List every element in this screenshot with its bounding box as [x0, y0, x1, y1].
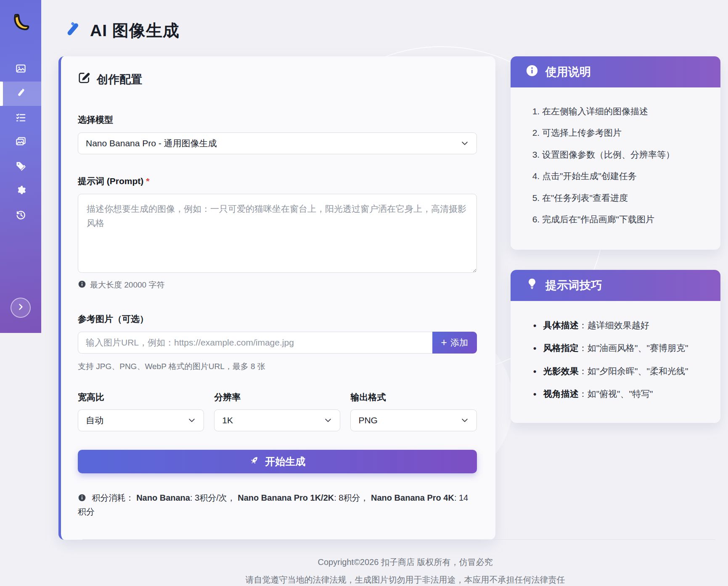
- instruction-step: 5. 在"任务列表"查看进度: [532, 192, 704, 204]
- rocket-icon: [249, 455, 259, 468]
- sidebar-item-generate[interactable]: [0, 82, 41, 106]
- sidebar-expand-button[interactable]: [11, 298, 31, 318]
- instruction-step: 6. 完成后在"作品画廊"下载图片: [532, 213, 704, 226]
- pen-icon: [15, 87, 26, 100]
- output-format-label: 输出格式: [350, 391, 477, 403]
- image-icon: [15, 63, 26, 76]
- task-list-icon: [15, 112, 26, 125]
- model-label: 选择模型: [78, 114, 477, 126]
- tip-item: 风格指定：如"油画风格"、"赛博朋克": [532, 341, 704, 355]
- card-title: 创作配置: [97, 72, 142, 87]
- resolution-select[interactable]: 1K: [214, 409, 340, 431]
- sidebar-item-tags[interactable]: [0, 155, 41, 179]
- output-format-select[interactable]: PNG: [350, 409, 477, 431]
- app-logo[interactable]: [8, 11, 34, 37]
- add-image-button[interactable]: + 添加: [432, 332, 477, 354]
- instructions-title: 使用说明: [545, 64, 591, 79]
- creation-config-card: 创作配置 选择模型 Nano Banana Pro - 通用图像生成 提示词 (…: [58, 56, 495, 540]
- generate-button[interactable]: 开始生成: [78, 450, 477, 473]
- model-select-value: Nano Banana Pro - 通用图像生成: [86, 137, 217, 149]
- tips-body: 具体描述：越详细效果越好 风格指定：如"油画风格"、"赛博朋克" 光影效果：如"…: [511, 301, 720, 423]
- tips-panel: 提示词技巧 具体描述：越详细效果越好 风格指定：如"油画风格"、"赛博朋克" 光…: [511, 270, 720, 423]
- instructions-body: 1. 在左侧输入详细的图像描述 2. 可选择上传参考图片 3. 设置图像参数（比…: [511, 87, 720, 250]
- main-area: AI 图像生成 创作配置 选择模型 Nano B: [41, 0, 728, 586]
- options-row: 宽高比 自动 分辨率 1K: [78, 391, 477, 431]
- reference-hint: 支持 JPG、PNG、WebP 格式的图片URL，最多 8 张: [78, 361, 477, 372]
- chevron-down-icon: [461, 416, 469, 425]
- copyright-line: Copyright©2026 扣子商店 版权所有，仿冒必究: [82, 557, 728, 568]
- aspect-ratio-select[interactable]: 自动: [78, 409, 204, 431]
- resolution-field: 分辨率 1K: [214, 391, 340, 431]
- info-icon: [78, 493, 92, 502]
- tip-item: 视角描述：如"俯视"、"特写": [532, 387, 704, 401]
- tips-header: 提示词技巧: [511, 270, 720, 301]
- output-format-field: 输出格式 PNG: [350, 391, 477, 431]
- gallery-icon: [15, 136, 26, 149]
- reference-url-row: + 添加: [78, 332, 477, 354]
- page-footer: Copyright©2026 扣子商店 版权所有，仿冒必究 请自觉遵守当地的法律…: [82, 539, 728, 586]
- prompt-hint: 最大长度 20000 字符: [78, 280, 477, 290]
- card-header: 创作配置: [61, 56, 495, 90]
- disclaimer-line: 请自觉遵守当地的法律法规，生成图片切勿用于非法用途，本应用不承担任何法律责任: [82, 574, 728, 586]
- instructions-panel: 使用说明 1. 在左侧输入详细的图像描述 2. 可选择上传参考图片 3. 设置图…: [511, 56, 720, 250]
- history-icon: [15, 209, 26, 222]
- banana-logo-icon: [8, 11, 33, 37]
- chevron-down-icon: [324, 416, 332, 425]
- chevron-right-icon: [16, 303, 25, 313]
- image-url-input[interactable]: [78, 332, 432, 354]
- aspect-ratio-field: 宽高比 自动: [78, 391, 204, 431]
- page-title: AI 图像生成: [90, 19, 180, 42]
- sidebar-item-task-list[interactable]: [0, 106, 41, 130]
- model-select[interactable]: Nano Banana Pro - 通用图像生成: [78, 132, 477, 154]
- chevron-down-icon: [461, 139, 469, 148]
- footer-divider: [82, 539, 715, 540]
- lightbulb-icon: [526, 277, 538, 293]
- sidebar-item-settings[interactable]: [0, 179, 41, 203]
- sidebar: [0, 0, 41, 333]
- reference-label: 参考图片（可选）: [78, 313, 477, 325]
- sidebar-nav: [0, 57, 41, 228]
- instruction-step: 2. 可选择上传参考图片: [532, 127, 704, 139]
- blue-pen-icon: [63, 21, 82, 41]
- sidebar-item-images[interactable]: [0, 57, 41, 82]
- creation-form: 选择模型 Nano Banana Pro - 通用图像生成 提示词 (Promp…: [61, 114, 495, 540]
- prompt-textarea[interactable]: [78, 194, 477, 273]
- instructions-header: 使用说明: [511, 56, 720, 87]
- prompt-label: 提示词 (Prompt)*: [78, 175, 477, 187]
- info-circle-icon: [526, 64, 538, 80]
- resolution-label: 分辨率: [214, 391, 340, 403]
- aspect-ratio-label: 宽高比: [78, 391, 204, 403]
- tips-title: 提示词技巧: [545, 278, 602, 293]
- tip-item: 光影效果：如"夕阳余晖"、"柔和光线": [532, 364, 704, 378]
- plus-icon: +: [441, 337, 447, 348]
- required-asterisk: *: [146, 176, 149, 186]
- tip-item: 具体描述：越详细效果越好: [532, 319, 704, 333]
- sidebar-item-gallery[interactable]: [0, 130, 41, 155]
- chevron-down-icon: [188, 416, 196, 425]
- edit-icon: [78, 71, 90, 87]
- page-header: AI 图像生成: [41, 0, 728, 42]
- instruction-step: 1. 在左侧输入详细的图像描述: [532, 105, 704, 118]
- content-row: 创作配置 选择模型 Nano Banana Pro - 通用图像生成 提示词 (…: [41, 42, 728, 540]
- info-icon: [78, 280, 86, 290]
- sidebar-item-history[interactable]: [0, 203, 41, 228]
- instruction-step: 4. 点击"开始生成"创建任务: [532, 170, 704, 182]
- ai-image-generation-page: AI 图像生成 创作配置 选择模型 Nano B: [0, 0, 728, 586]
- instruction-step: 3. 设置图像参数（比例、分辨率等）: [532, 148, 704, 161]
- right-column: 使用说明 1. 在左侧输入详细的图像描述 2. 可选择上传参考图片 3. 设置图…: [511, 56, 720, 423]
- tags-icon: [15, 161, 26, 174]
- credits-info: 积分消耗： Nano Banana: 3积分/次， Nano Banana Pr…: [78, 491, 477, 519]
- gear-icon: [15, 185, 26, 198]
